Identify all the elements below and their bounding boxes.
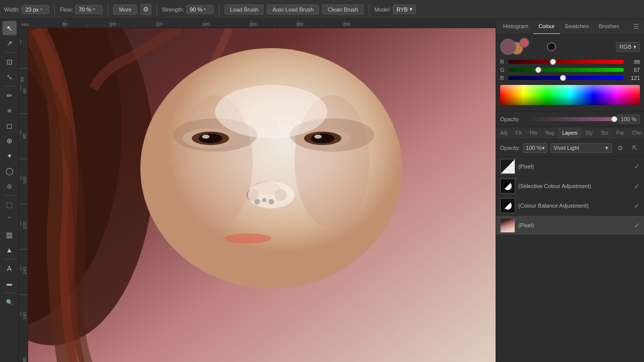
arrow-tool[interactable]: ↗ <box>3 36 17 50</box>
text-tool[interactable]: A <box>3 261 17 276</box>
model-label: Model: <box>374 7 391 13</box>
tab-layers[interactable]: Layers <box>558 127 581 139</box>
blue-slider[interactable] <box>508 76 624 80</box>
crop-tool[interactable]: ⊡ <box>3 55 17 69</box>
tab-his[interactable]: His <box>526 127 541 139</box>
auto-load-brush-button[interactable]: Auto Load Brush <box>267 5 319 15</box>
layer-visibility-check[interactable]: ✓ <box>634 182 640 190</box>
layer-row[interactable]: (Colour Balance Adjustment) ✓ <box>496 196 644 216</box>
svg-text:100: 100 <box>109 22 116 27</box>
layer-expand-icon[interactable]: ⇱ <box>629 142 640 153</box>
panel-menu-icon[interactable]: ☰ <box>630 19 642 34</box>
layer-row[interactable]: (Pixel) ✓ <box>496 216 644 235</box>
shape-tool[interactable]: ▬ <box>3 277 17 291</box>
blue-thumb[interactable] <box>560 75 566 81</box>
paint-brush-tool[interactable]: ✏ <box>3 88 17 103</box>
svg-text:|: | <box>20 220 21 225</box>
layer-settings-icon[interactable]: ⚙ <box>615 142 626 153</box>
red-slider[interactable] <box>508 60 624 64</box>
width-value[interactable]: 23 px ▾ <box>22 5 49 14</box>
accent-color-swatch[interactable] <box>519 38 529 48</box>
svg-text:|: | <box>20 39 21 44</box>
green-thumb[interactable] <box>535 67 541 73</box>
layers-section: (Pixel) ✓ (Selective Colour Adjustment) … <box>496 157 644 362</box>
canvas-container[interactable] <box>28 28 496 362</box>
opacity-value[interactable]: 100 % <box>617 115 640 124</box>
blue-slider-row: B 121 <box>500 75 640 81</box>
burn-tool[interactable]: ◯ <box>3 164 17 178</box>
strength-value[interactable]: 90 % ▾ <box>186 5 214 14</box>
clone-stamp-tool[interactable]: ⊕ <box>3 134 17 148</box>
tool-sep5 <box>4 293 16 293</box>
color-model-value: RGB <box>619 44 631 50</box>
opacity-label: Opacity <box>500 116 524 122</box>
load-brush-button[interactable]: Load Brush <box>224 5 264 15</box>
blend-mode-select[interactable]: Vivid Light ▾ <box>550 143 612 153</box>
blue-value: 121 <box>627 75 640 81</box>
toolbox: ↖ ↗ ⊡ ⤡ ✏ ≋ ◻ ⊕ ✦ ◯ ◎ ⬚ ⌒ ▥ ▲ A ▬ 🔍 <box>0 19 19 362</box>
main-area: ↖ ↗ ⊡ ⤡ ✏ ≋ ◻ ⊕ ✦ ◯ ◎ ⬚ ⌒ ▥ ▲ A ▬ 🔍 mm <box>0 19 644 362</box>
gradient-tool[interactable]: ▥ <box>3 228 17 242</box>
healing-tool[interactable]: ✦ <box>3 149 17 163</box>
layer-row[interactable]: (Selective Colour Adjustment) ✓ <box>496 176 644 196</box>
transform-tool[interactable]: ⤡ <box>3 70 17 84</box>
selection-tool[interactable]: ⬚ <box>3 198 17 212</box>
foreground-color[interactable] <box>500 39 516 55</box>
eraser-tool[interactable]: ◻ <box>3 119 17 133</box>
layer-visibility-check[interactable]: ✓ <box>634 202 640 210</box>
svg-text:140: 140 <box>202 22 210 27</box>
small-color-swatch[interactable] <box>547 42 556 51</box>
flow-label: Flow: <box>60 7 73 13</box>
zoom-tool[interactable]: 🔍 <box>3 295 17 309</box>
move-tool[interactable]: ↖ <box>3 21 17 35</box>
opacity-thumb[interactable] <box>611 116 617 122</box>
smudge-tool[interactable]: ≋ <box>3 104 17 118</box>
svg-text:mm: mm <box>21 22 29 27</box>
tab-par[interactable]: Par <box>612 127 628 139</box>
layer-row[interactable]: (Pixel) ✓ <box>496 157 644 176</box>
svg-text:80: 80 <box>62 22 67 27</box>
layer-visibility-check[interactable]: ✓ <box>634 221 640 229</box>
color-circles <box>500 39 516 55</box>
layer-thumbnail <box>500 178 515 194</box>
tab-chn[interactable]: Chn <box>628 127 644 139</box>
layer-thumbnail <box>500 198 515 213</box>
rgb-sliders: R 99 G 67 B <box>500 59 640 81</box>
settings-icon[interactable]: ⚙ <box>140 4 151 15</box>
fill-tool[interactable]: ▲ <box>3 243 17 257</box>
layer-thumbnail <box>500 159 515 174</box>
svg-text:|: | <box>20 130 21 135</box>
flow-value[interactable]: 70 % ▾ <box>75 5 103 14</box>
color-spectrum[interactable] <box>500 85 640 105</box>
tab-nvg[interactable]: Nvg <box>541 127 558 139</box>
green-slider[interactable] <box>508 68 624 72</box>
blur-tool[interactable]: ◎ <box>3 179 17 193</box>
tab-histogram[interactable]: Histogram <box>498 19 533 34</box>
tab-brushes[interactable]: Brushes <box>594 19 624 34</box>
layer-visibility-check[interactable]: ✓ <box>634 162 640 170</box>
tab-adj[interactable]: Adj <box>496 127 511 139</box>
blend-mode-label: Vivid Light <box>554 145 580 151</box>
svg-text:160: 160 <box>22 312 27 320</box>
svg-text:|: | <box>20 175 21 180</box>
toolbar: Width: 23 px ▾ Flow: 70 % ▾ More ⚙ Stren… <box>0 0 644 19</box>
clean-brush-button[interactable]: Clean Brush <box>322 5 364 15</box>
tab-sto[interactable]: Sto <box>597 127 612 139</box>
opacity-slider[interactable] <box>527 117 614 121</box>
strength-arrow: ▾ <box>204 7 206 12</box>
layer-opacity-select[interactable]: 100 % ▾ <box>523 143 547 153</box>
tab-colour[interactable]: Colour <box>533 19 559 34</box>
model-select[interactable]: RYB ▾ <box>393 5 416 14</box>
tab-fx[interactable]: FX <box>511 127 526 139</box>
red-thumb[interactable] <box>550 59 556 65</box>
tab-sty[interactable]: Sty <box>582 127 597 139</box>
color-model-select[interactable]: RGB ▾ <box>616 42 640 52</box>
lasso-tool[interactable]: ⌒ <box>3 213 17 227</box>
model-arrow: ▾ <box>410 6 413 13</box>
sep4 <box>219 4 219 15</box>
panel-tabs: Histogram Colour Swatches Brushes ☰ <box>496 19 644 35</box>
tab-swatches[interactable]: Swatches <box>560 19 594 34</box>
canvas-area: mm 80 100 120 140 160 180 200 <box>19 19 496 362</box>
more-button[interactable]: More <box>113 5 137 15</box>
flow-group: Flow: 70 % ▾ <box>60 5 103 14</box>
